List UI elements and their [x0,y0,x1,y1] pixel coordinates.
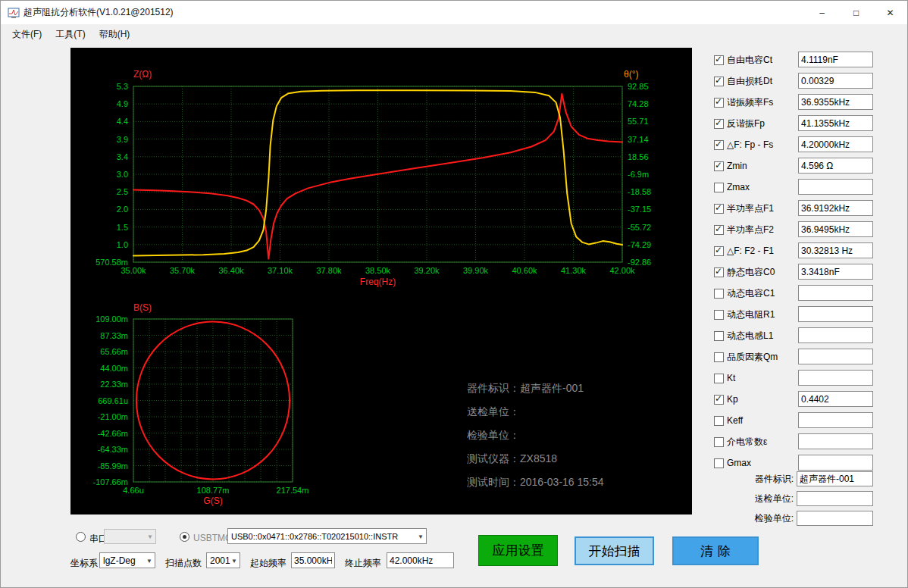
usbtmc-radio[interactable] [180,532,189,542]
usbtmc-radio-label: USBTMC [193,533,232,543]
result-value-input[interactable] [798,264,873,280]
result-checkbox-1[interactable] [714,77,724,86]
plot-info-line: 测试仪器：ZX8518 [467,447,604,471]
result-checkbox-19[interactable] [714,458,724,468]
svg-text:39.20k: 39.20k [414,266,440,275]
svg-text:-21.00m: -21.00m [98,412,128,421]
chevron-down-icon: ▼ [231,557,237,564]
result-row: 介电常数ε [709,431,873,452]
result-checkbox-15[interactable] [714,374,724,383]
menu-help[interactable]: 帮助(H) [92,24,137,45]
result-value-input[interactable] [798,158,873,174]
result-checkbox-14[interactable] [714,352,724,362]
result-value-input[interactable] [798,73,873,89]
svg-text:18.56: 18.56 [628,152,649,161]
result-value-input[interactable] [798,349,873,364]
result-checkbox-18[interactable] [714,437,724,447]
start-frequency-input[interactable] [291,552,335,568]
svg-text:-85.99m: -85.99m [98,461,128,471]
svg-text:37.80k: 37.80k [316,266,342,275]
result-value-input[interactable] [798,285,873,301]
svg-text:3.9: 3.9 [117,135,128,144]
result-value-input[interactable] [798,179,873,195]
result-value-input[interactable] [798,52,873,67]
result-value-input[interactable] [798,221,873,237]
result-value-input[interactable] [798,200,873,216]
result-value-input[interactable] [798,242,873,258]
result-checkbox-9[interactable] [714,246,724,256]
result-checkbox-17[interactable] [714,416,724,426]
result-value-input[interactable] [798,327,873,343]
result-row: 动态电感L1 [709,325,873,346]
result-checkbox-16[interactable] [714,395,724,405]
svg-text:-42.66m: -42.66m [98,429,128,438]
plot-area: 35.00k35.70k36.40k37.10k37.80k38.50k39.2… [70,48,692,514]
plot-info-line: 送检单位： [467,400,604,424]
result-checkbox-0[interactable] [714,55,724,65]
svg-text:74.28: 74.28 [628,99,649,108]
result-checkbox-4[interactable] [714,140,724,150]
result-value-input[interactable] [798,370,873,386]
svg-text:-74.29: -74.29 [628,240,651,249]
result-checkbox-12[interactable] [714,310,724,320]
close-button[interactable]: ✕ [873,1,907,24]
result-row: 谐振频率Fs [709,92,873,113]
result-value-input[interactable] [798,391,873,407]
start-scan-button[interactable]: 开始扫描 [575,536,654,565]
result-row: 品质因素Qm [709,346,873,368]
result-row: 动态电阻R1 [709,304,873,325]
result-row: 自由损耗Dt [709,70,873,92]
svg-text:-92.86: -92.86 [628,258,651,267]
device-field-input[interactable] [797,471,873,486]
apply-settings-button[interactable]: 应用设置 [478,535,558,566]
result-label: Kp [727,394,738,405]
result-checkbox-6[interactable] [714,183,724,192]
result-value-input[interactable] [798,306,873,322]
chevron-down-icon: ▼ [418,533,424,540]
maximize-button[interactable]: □ [839,1,873,24]
result-value-input[interactable] [798,94,873,110]
scan-points-value: 2001 [210,555,230,566]
clear-button[interactable]: 清除 [672,536,759,565]
svg-text:B(S): B(S) [133,302,152,313]
stop-frequency-input[interactable] [387,552,454,568]
result-checkbox-11[interactable] [714,289,724,299]
result-checkbox-7[interactable] [714,204,724,214]
result-label: 动态电阻R1 [727,308,775,321]
menu-file[interactable]: 文件(F) [5,24,49,45]
result-value-input[interactable] [798,136,873,152]
result-label: Gmax [727,458,751,468]
svg-text:55.71: 55.71 [628,117,649,126]
serial-port-combobox[interactable]: ▼ [104,529,156,544]
result-value-input[interactable] [798,455,873,471]
device-field-input[interactable] [797,491,873,506]
result-checkbox-8[interactable] [714,225,724,235]
result-label: 半功率点F1 [727,202,774,215]
result-value-input[interactable] [798,115,873,131]
result-value-input[interactable] [798,433,873,449]
device-field-input[interactable] [797,511,873,526]
scan-points-combobox[interactable]: 2001 ▼ [206,552,240,568]
usb-address-combobox[interactable]: USB0::0x0471::0x2786::T020215010::INSTR … [227,528,427,544]
result-row: 半功率点F1 [709,198,873,219]
svg-text:-55.72: -55.72 [628,223,651,232]
result-label: 动态电感L1 [727,330,773,342]
result-value-input[interactable] [798,412,873,428]
result-label: △F: F2 - F1 [727,246,774,256]
serial-radio[interactable] [76,532,86,542]
result-checkbox-10[interactable] [714,267,724,277]
result-checkbox-2[interactable] [714,98,724,108]
svg-text:3.0: 3.0 [117,170,128,179]
result-label: 自由损耗Dt [727,75,772,88]
svg-text:109.00m: 109.00m [95,314,128,324]
svg-text:44.00m: 44.00m [100,364,128,373]
result-checkbox-3[interactable] [714,119,724,129]
svg-text:38.50k: 38.50k [365,266,391,275]
menu-bar: 文件(F) 工具(T) 帮助(H) [1,24,907,45]
result-checkbox-13[interactable] [714,331,724,341]
menu-tools[interactable]: 工具(T) [49,24,92,45]
minimize-button[interactable]: – [805,1,839,24]
result-checkbox-5[interactable] [714,161,724,171]
result-row: Kt [709,368,873,389]
coordinate-system-combobox[interactable]: lgZ-Deg ▼ [99,552,155,568]
